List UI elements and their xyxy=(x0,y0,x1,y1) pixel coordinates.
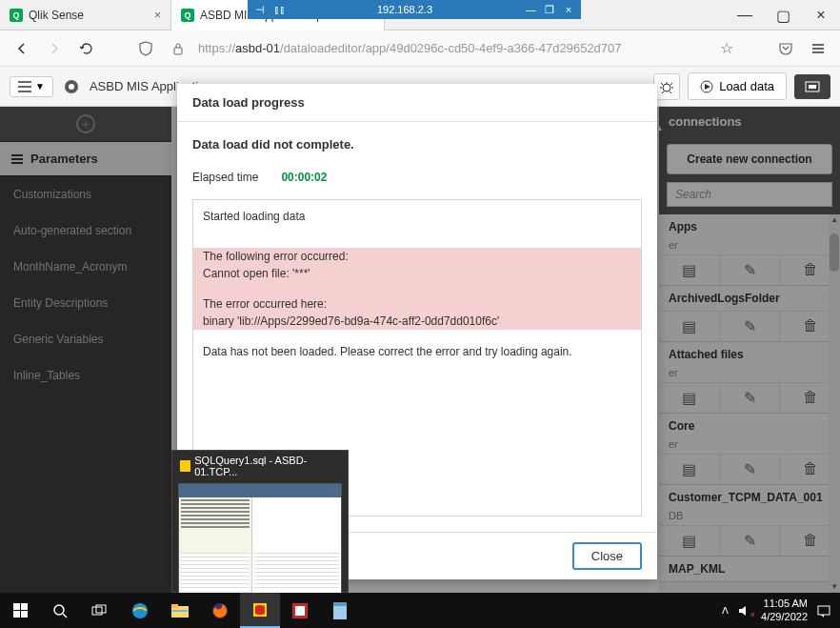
taskbar-notepad[interactable] xyxy=(320,593,360,628)
scroll-up-icon[interactable]: ▴ xyxy=(829,214,840,226)
add-section-button[interactable]: + xyxy=(0,107,171,141)
qlik-app-icon xyxy=(63,78,80,95)
connection-list: Apps er ▤ ✎ 🗑 ArchivedLogsFolder ▤ ✎ 🗑 A… xyxy=(659,214,840,593)
connection-item[interactable]: Apps er ▤ ✎ 🗑 xyxy=(659,214,840,286)
svg-point-3 xyxy=(663,84,670,91)
vm-pin-icon[interactable]: ⊣ xyxy=(255,4,265,16)
svg-rect-0 xyxy=(174,48,182,54)
svg-rect-9 xyxy=(96,605,106,613)
dialog-scrollbar[interactable]: ▴ xyxy=(657,122,669,541)
presentation-button[interactable] xyxy=(794,74,830,99)
svg-rect-6 xyxy=(809,85,816,89)
qlik-nav-menu[interactable]: ▼ xyxy=(10,76,53,97)
window-maximize[interactable]: ▢ xyxy=(764,0,802,30)
nav-forward xyxy=(42,36,67,61)
tab-title: Qlik Sense xyxy=(29,9,84,22)
svg-rect-12 xyxy=(171,604,178,608)
connection-item[interactable]: MAP_KML xyxy=(659,557,840,582)
connection-search-input[interactable]: Search xyxy=(667,182,832,207)
elapsed-label: Elapsed time xyxy=(192,171,258,184)
taskbar-explorer[interactable] xyxy=(160,593,200,628)
qlik-favicon: Q xyxy=(181,9,194,22)
system-tray: ᐱ × 11:05 AM 4/29/2022 xyxy=(722,598,840,622)
edit-icon[interactable]: ✎ xyxy=(720,312,781,341)
taskbar-app-red[interactable] xyxy=(280,593,320,628)
scroll-down-icon[interactable]: ▾ xyxy=(829,581,840,593)
log-error-line: Cannot open file: '***' xyxy=(193,265,641,282)
browser-tab-0[interactable]: Q Qlik Sense × xyxy=(0,0,171,30)
tab-close-icon[interactable]: × xyxy=(154,9,161,22)
section-header[interactable]: Parameters xyxy=(0,141,171,176)
taskbar-firefox[interactable] xyxy=(200,593,240,628)
lock-icon[interactable] xyxy=(166,36,190,61)
scrollbar[interactable]: ▴ ▾ xyxy=(829,214,840,593)
section-item[interactable]: Inline_Tables xyxy=(0,357,171,394)
svg-rect-22 xyxy=(333,602,347,606)
vm-close[interactable]: × xyxy=(564,4,573,16)
search-button[interactable] xyxy=(40,593,80,628)
log-error-line: binary 'lib://Apps/2299ed76-bd9a-474c-af… xyxy=(193,313,641,330)
svg-rect-13 xyxy=(172,610,188,612)
vm-titlebar: ⊣ ⫿⫿ 192.168.2.3 — ❐ × xyxy=(248,0,581,19)
vm-ip-label: 192.168.2.3 xyxy=(291,4,518,15)
edit-icon[interactable]: ✎ xyxy=(720,526,781,556)
section-item[interactable]: Entity Descriptions xyxy=(0,285,171,321)
log-error-line: The error occurred here: xyxy=(193,295,641,313)
svg-rect-23 xyxy=(818,606,830,615)
connection-item[interactable]: Attached files er ▤ ✎ 🗑 xyxy=(659,342,840,414)
volume-muted-icon[interactable]: × xyxy=(738,604,751,618)
close-button[interactable]: Close xyxy=(572,542,642,570)
window-close[interactable]: × xyxy=(802,0,840,30)
vm-restore[interactable]: ❐ xyxy=(545,4,554,16)
scroll-thumb[interactable] xyxy=(830,233,839,272)
nav-reload[interactable] xyxy=(74,36,99,61)
edit-icon[interactable]: ✎ xyxy=(720,255,781,285)
elapsed-value: 00:00:02 xyxy=(281,171,327,184)
pocket-icon[interactable] xyxy=(773,36,798,61)
connection-item[interactable]: ArchivedLogsFolder ▤ ✎ 🗑 xyxy=(659,286,840,342)
plus-icon: + xyxy=(76,114,95,133)
thumbnail-preview-image xyxy=(178,483,342,594)
left-sidebar: + Parameters Customizations Auto-generat… xyxy=(0,107,171,593)
section-item[interactable]: Customizations xyxy=(0,176,171,213)
taskbar-ie[interactable] xyxy=(120,593,160,628)
connections-header: connections xyxy=(659,107,840,136)
notification-icon[interactable] xyxy=(817,604,830,618)
bookmark-star-icon[interactable]: ☆ xyxy=(714,36,739,61)
url-field[interactable]: https://asbd-01/dataloadeditor/app/49d02… xyxy=(198,41,707,55)
shield-icon[interactable] xyxy=(133,36,158,61)
elapsed-time-row: Elapsed time 00:00:02 xyxy=(192,171,642,184)
menu-icon[interactable] xyxy=(806,36,830,61)
task-view-button[interactable] xyxy=(80,593,120,628)
svg-rect-8 xyxy=(92,607,102,615)
section-item[interactable]: Auto-generated section xyxy=(0,213,171,249)
debug-button[interactable] xyxy=(653,73,680,100)
load-data-button[interactable]: Load data xyxy=(688,72,787,100)
taskbar-thumbnail[interactable]: SQLQuery1.sql - ASBD-01.TCP... xyxy=(171,450,349,593)
vm-minimize[interactable]: — xyxy=(526,4,535,16)
tray-clock[interactable]: 11:05 AM 4/29/2022 xyxy=(761,598,808,622)
thumbnail-title: SQLQuery1.sql - ASBD-01.TCP... xyxy=(172,451,348,481)
svg-point-2 xyxy=(69,84,74,90)
svg-point-7 xyxy=(54,605,64,615)
dialog-title: Data load progress xyxy=(177,84,657,122)
drag-icon xyxy=(11,154,23,164)
connection-item[interactable]: Core er ▤ ✎ 🗑 xyxy=(659,414,840,485)
windows-taskbar: ᐱ × 11:05 AM 4/29/2022 xyxy=(0,593,840,628)
section-item[interactable]: Generic Variables xyxy=(0,321,171,357)
edit-icon[interactable]: ✎ xyxy=(720,455,781,484)
vm-signal-icon: ⫿⫿ xyxy=(274,4,284,16)
tray-overflow-icon[interactable]: ᐱ xyxy=(722,605,729,616)
window-minimize[interactable]: — xyxy=(726,0,764,30)
create-connection-button[interactable]: Create new connection xyxy=(667,144,832,174)
edit-icon[interactable]: ✎ xyxy=(720,383,781,413)
windows-logo-icon xyxy=(13,603,28,618)
nav-back[interactable] xyxy=(10,36,34,61)
start-button[interactable] xyxy=(0,593,40,628)
section-item[interactable]: MonthName_Acronym xyxy=(0,249,171,285)
connection-item[interactable]: Customer_TCPM_DATA_001 DB ▤ ✎ 🗑 xyxy=(659,485,840,557)
taskbar-ssms[interactable] xyxy=(240,593,280,628)
qlik-favicon: Q xyxy=(10,9,23,22)
scroll-up-icon[interactable]: ▴ xyxy=(657,122,669,132)
window-controls: — ▢ × xyxy=(726,0,840,30)
